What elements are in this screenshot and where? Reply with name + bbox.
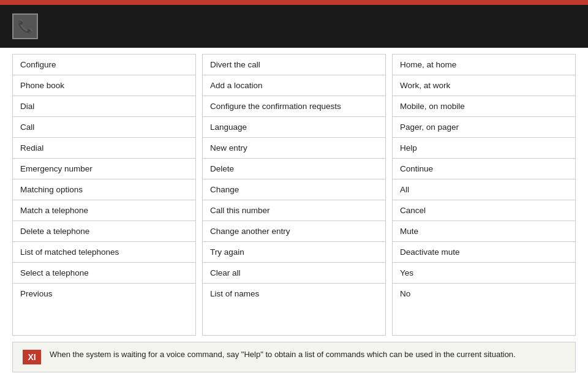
list-item[interactable]: All <box>393 179 575 200</box>
list-item[interactable]: No <box>393 284 575 304</box>
footer-text: When the system is waiting for a voice c… <box>50 350 516 359</box>
list-item[interactable]: Language <box>203 117 385 138</box>
list-item[interactable]: Delete a telephone <box>13 221 195 242</box>
list-item[interactable]: Change another entry <box>203 221 385 242</box>
list-item[interactable]: Help <box>393 138 575 159</box>
list-item[interactable]: Match a telephone <box>13 200 195 221</box>
list-item[interactable]: Yes <box>393 263 575 284</box>
list-item[interactable]: Mobile, on mobile <box>393 96 575 117</box>
list-item[interactable]: Continue <box>393 159 575 179</box>
list-item[interactable]: Emergency number <box>13 159 195 179</box>
list-item[interactable]: Clear all <box>203 263 385 284</box>
list-item[interactable]: Phone book <box>13 75 195 96</box>
column-2: Divert the callAdd a locationConfigure t… <box>202 54 386 336</box>
list-item[interactable]: Cancel <box>393 200 575 221</box>
header-area: 📞 <box>0 5 588 48</box>
list-item[interactable]: Mute <box>393 221 575 242</box>
list-item[interactable]: Change <box>203 179 385 200</box>
main-content: ConfigurePhone bookDialCallRedialEmergen… <box>0 48 588 342</box>
list-item[interactable]: Configure <box>13 55 195 75</box>
list-item[interactable]: Redial <box>13 138 195 159</box>
phone-icon-box: 📞 <box>12 13 38 39</box>
list-item[interactable]: Deactivate mute <box>393 242 575 263</box>
list-item[interactable]: Call <box>13 117 195 138</box>
list-item[interactable]: New entry <box>203 138 385 159</box>
list-item[interactable]: Divert the call <box>203 55 385 75</box>
xi-badge: XI <box>23 350 41 364</box>
list-item[interactable]: Work, at work <box>393 75 575 96</box>
list-item[interactable]: Pager, on pager <box>393 117 575 138</box>
list-item[interactable]: Add a location <box>203 75 385 96</box>
list-item[interactable]: Try again <box>203 242 385 263</box>
list-item[interactable]: Configure the confirmation requests <box>203 96 385 117</box>
list-item[interactable]: Call this number <box>203 200 385 221</box>
list-item[interactable]: Previous <box>13 284 195 304</box>
list-item[interactable]: Matching options <box>13 179 195 200</box>
list-item[interactable]: Delete <box>203 159 385 179</box>
list-item[interactable]: List of names <box>203 284 385 304</box>
top-bar <box>0 0 588 5</box>
phone-icon: 📞 <box>18 19 33 34</box>
list-item[interactable]: List of matched telephones <box>13 242 195 263</box>
column-3: Home, at homeWork, at workMobile, on mob… <box>392 54 576 336</box>
footer: XI When the system is waiting for a voic… <box>12 342 576 372</box>
column-1: ConfigurePhone bookDialCallRedialEmergen… <box>12 54 196 336</box>
list-item[interactable]: Dial <box>13 96 195 117</box>
list-item[interactable]: Home, at home <box>393 55 575 75</box>
list-item[interactable]: Select a telephone <box>13 263 195 284</box>
